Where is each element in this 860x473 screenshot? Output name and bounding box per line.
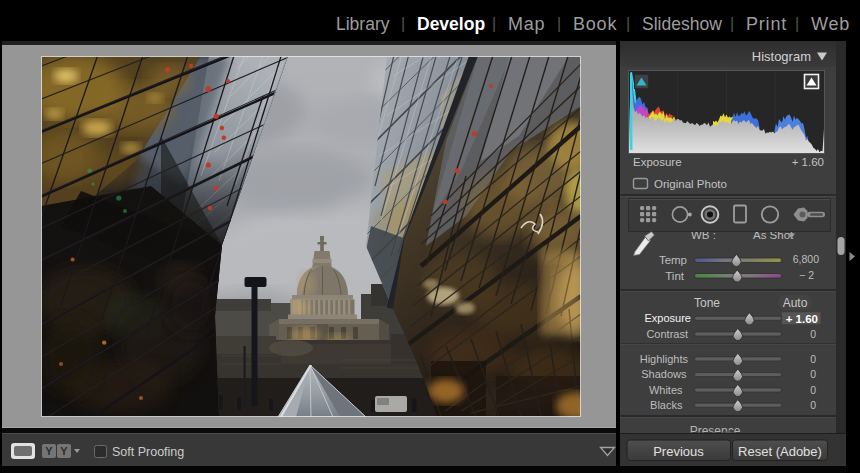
svg-text:Soft Proofing: Soft Proofing	[112, 445, 184, 459]
svg-text:0: 0	[810, 368, 816, 380]
svg-text:Auto: Auto	[783, 296, 808, 310]
svg-text:Temp: Temp	[659, 254, 687, 266]
svg-text:6,800: 6,800	[793, 253, 819, 265]
svg-text:Y: Y	[45, 445, 53, 457]
svg-text:0: 0	[810, 353, 816, 365]
svg-text:0: 0	[810, 399, 816, 411]
svg-text:Highlights: Highlights	[640, 353, 689, 365]
svg-text:Tint: Tint	[665, 270, 685, 282]
svg-text:Exposure: Exposure	[633, 156, 682, 168]
svg-text:Y: Y	[60, 445, 68, 457]
svg-text:− 2: − 2	[799, 269, 814, 281]
svg-text:0: 0	[810, 328, 816, 340]
svg-text:Previous: Previous	[653, 444, 704, 459]
svg-text:Tone: Tone	[694, 296, 720, 310]
svg-text:0: 0	[810, 384, 816, 396]
svg-text:Original Photo: Original Photo	[654, 178, 727, 190]
svg-text:Shadows: Shadows	[641, 368, 687, 380]
svg-text:Blacks: Blacks	[650, 399, 683, 411]
svg-text:Histogram: Histogram	[752, 49, 811, 64]
svg-text:Exposure: Exposure	[645, 312, 691, 324]
svg-text:Whites: Whites	[649, 384, 683, 396]
svg-text:Contrast: Contrast	[646, 328, 688, 340]
svg-text:+ 1.60: + 1.60	[792, 156, 824, 168]
svg-text:Reset (Adobe): Reset (Adobe)	[738, 444, 822, 459]
svg-text:+ 1.60: + 1.60	[786, 313, 818, 325]
